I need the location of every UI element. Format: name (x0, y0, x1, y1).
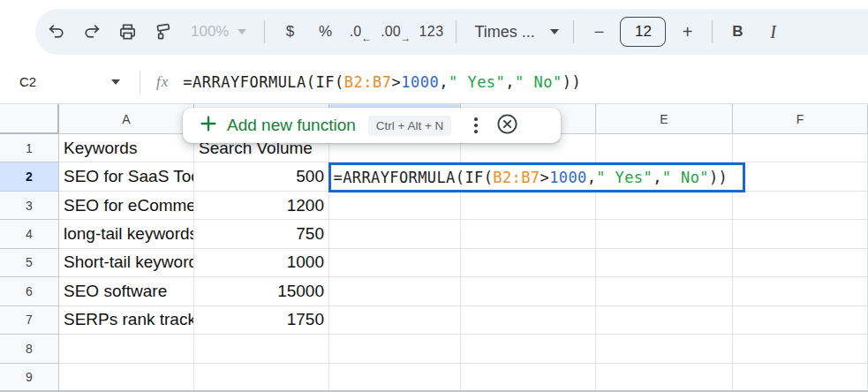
formula-input[interactable]: =ARRAYFORMULA(IF(B2:B7>1000," Yes"," No"… (183, 73, 581, 91)
currency-format-button[interactable]: $ (274, 16, 306, 48)
cell-F7[interactable] (733, 306, 868, 335)
decrease-font-size-button[interactable]: − (583, 16, 615, 48)
print-button[interactable] (111, 16, 143, 48)
percent-format-button[interactable]: % (309, 16, 341, 48)
formula-bar-divider (140, 71, 140, 94)
cell-A5[interactable]: Short-tail keywords (59, 249, 194, 277)
add-function-label[interactable]: Add new function (227, 116, 356, 135)
close-button[interactable] (495, 112, 519, 139)
bold-button[interactable]: B (721, 16, 753, 48)
column-header-A[interactable]: A (59, 104, 194, 134)
cell-E9[interactable] (596, 364, 733, 392)
cell-B3[interactable]: 1200 (194, 192, 329, 220)
font-family-select[interactable]: Times ... (465, 16, 564, 48)
cell-B9[interactable] (194, 364, 329, 392)
cell-D5[interactable] (461, 249, 596, 277)
row-header-7[interactable]: 7 (0, 306, 59, 335)
name-box[interactable]: C2 (0, 74, 120, 89)
toolbar-divider (456, 20, 457, 43)
cell-C3[interactable] (329, 192, 461, 220)
row-header-3[interactable]: 3 (0, 192, 59, 220)
row-header-4[interactable]: 4 (0, 220, 59, 248)
cell-E5[interactable] (596, 249, 733, 277)
row-5: 5Short-tail keywords1000 (0, 249, 868, 277)
cell-A1[interactable]: Keywords (59, 134, 194, 162)
row-header-1[interactable]: 1 (0, 134, 59, 162)
zoom-select[interactable]: 100% (182, 16, 255, 48)
row-header-5[interactable]: 5 (0, 249, 59, 277)
formula-token: , (587, 169, 597, 186)
cell-B5[interactable]: 1000 (194, 249, 329, 277)
number-format-button[interactable]: 123 (415, 16, 447, 48)
cell-D6[interactable] (461, 277, 596, 305)
cell-D9[interactable] (461, 364, 596, 392)
cell-F2[interactable] (733, 162, 868, 191)
redo-button[interactable] (76, 16, 108, 48)
cell-E6[interactable] (596, 277, 733, 305)
select-all-corner[interactable] (0, 104, 59, 134)
cell-B8[interactable] (194, 335, 329, 363)
cell-E3[interactable] (596, 192, 733, 220)
cell-D7[interactable] (461, 306, 596, 335)
cell-F6[interactable] (733, 277, 868, 305)
decrease-decimal-button[interactable]: .0← (344, 16, 376, 48)
toolbar-divider (712, 20, 713, 43)
cell-F4[interactable] (733, 220, 868, 248)
row-header-6[interactable]: 6 (0, 277, 59, 305)
formula-token: B2:B7 (493, 169, 540, 186)
shortcut-badge: Ctrl + Alt + N (368, 116, 452, 136)
fx-icon: fx (156, 73, 169, 91)
cell-A6[interactable]: SEO software (59, 277, 194, 305)
cell-B6[interactable]: 15000 (194, 277, 329, 305)
row-7: 7SERPs rank tracker1750 (0, 306, 868, 335)
cell-F3[interactable] (733, 192, 868, 220)
formula-token: , (653, 169, 662, 186)
cell-reference: C2 (19, 74, 36, 89)
cell-B2[interactable]: 500 (194, 162, 329, 191)
cell-F9[interactable] (733, 364, 868, 392)
cell-D3[interactable] (461, 192, 596, 220)
cell-E1[interactable] (596, 134, 733, 162)
cell-D4[interactable] (461, 220, 596, 248)
increase-decimal-button[interactable]: .00→ (380, 16, 411, 48)
column-header-E[interactable]: E (596, 104, 733, 134)
cell-editor-c2[interactable]: =ARRAYFORMULA(IF(B2:B7>1000," Yes"," No"… (328, 162, 745, 192)
toolbar: 100% $ % .0← .00→ 123 Times ... − 12 + B… (0, 0, 868, 60)
cell-C7[interactable] (329, 306, 461, 335)
cell-A9[interactable] (59, 364, 194, 392)
cell-A3[interactable]: SEO for eCommerce (59, 192, 194, 220)
increase-font-size-button[interactable]: + (671, 16, 703, 48)
cell-E4[interactable] (596, 220, 733, 248)
cell-F1[interactable] (733, 134, 868, 162)
formula-token: " No" (662, 169, 709, 186)
cell-F5[interactable] (733, 249, 868, 277)
italic-button[interactable]: I (757, 16, 789, 48)
cell-F8[interactable] (733, 335, 868, 363)
cell-C6[interactable] (329, 277, 461, 305)
cell-C5[interactable] (329, 249, 461, 277)
row-header-8[interactable]: 8 (0, 335, 59, 363)
cell-A4[interactable]: long-tail keywords (59, 220, 194, 248)
row-header-9[interactable]: 9 (0, 364, 59, 392)
more-options-button[interactable] (471, 114, 481, 137)
cell-A7[interactable]: SERPs rank tracker (59, 306, 194, 335)
cell-A8[interactable] (59, 335, 194, 363)
paint-format-button[interactable] (147, 16, 178, 48)
formula-token: =ARRAYFORMULA(IF( (183, 73, 344, 91)
formula-token: , (439, 73, 449, 91)
cell-C9[interactable] (329, 364, 461, 392)
column-header-F[interactable]: F (733, 104, 868, 134)
zoom-value: 100% (191, 23, 229, 41)
cell-E7[interactable] (596, 306, 733, 335)
row-header-2[interactable]: 2 (0, 162, 59, 191)
cell-C8[interactable] (329, 335, 461, 363)
cell-D8[interactable] (461, 335, 596, 363)
font-size-input[interactable]: 12 (620, 17, 666, 47)
cell-C4[interactable] (329, 220, 461, 248)
cell-A2[interactable]: SEO for SaaS Tools (59, 162, 194, 191)
cell-B7[interactable]: 1750 (194, 306, 329, 335)
undo-button[interactable] (41, 16, 72, 48)
row-4: 4long-tail keywords750 (0, 220, 868, 248)
cell-B4[interactable]: 750 (194, 220, 329, 248)
cell-E8[interactable] (596, 335, 733, 363)
